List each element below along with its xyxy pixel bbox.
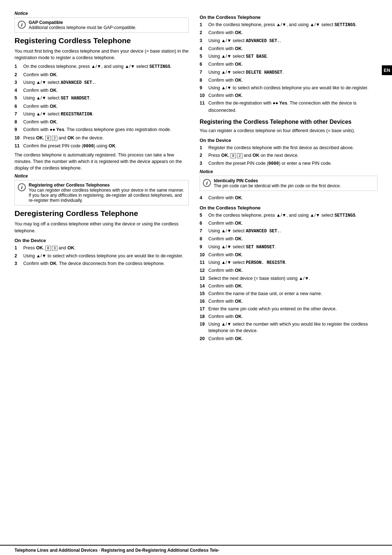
notice-title-1: GAP Compatible: [29, 20, 63, 25]
list-item: 3Using ▲/▼ select ADVANCED SET..: [15, 79, 189, 86]
section3-steps1-list: 1Register the cordless telephone with th…: [200, 144, 377, 167]
page: EN Notice i GAP Compatible Additional co…: [0, 0, 392, 366]
section3-step4-list: 4Confirm with OK.: [200, 195, 377, 201]
list-item: 15Confirm the name of the base unit, or …: [200, 290, 377, 297]
list-item: 14Confirm with OK.: [200, 283, 377, 289]
section1-steps-list: 1On the cordless telephone, press ▲/▼, a…: [15, 63, 189, 150]
notice-text-2: You can register other cordless telephon…: [29, 188, 184, 203]
list-item: 1On the cordless telephone, press ▲/▼, a…: [200, 21, 377, 28]
list-item: 5On the cordless telephone, press ▲/▼, a…: [200, 212, 377, 219]
list-item: 11Using ▲/▼ select PERSON. REGISTR.: [200, 259, 377, 266]
section1-intro: You must first bring the cordless teleph…: [15, 48, 189, 61]
list-item: 5Using ▲/▼ select SET HANDSET.: [15, 95, 189, 102]
notice-text-1: Additional cordless telephone must be GA…: [29, 25, 136, 30]
list-item: 10Confirm with OK.: [200, 92, 377, 99]
notice-inner-2: i Registering other Cordless Telephones …: [15, 180, 189, 205]
section2-intro: You may log off a cordless telephone eit…: [15, 221, 189, 234]
section1-title: Registering Cordless Telephone: [15, 36, 189, 45]
list-item: 12Confirm with OK.: [200, 267, 377, 274]
list-item: 6Confirm with OK.: [200, 61, 377, 68]
list-item: 6Confirm with OK.: [200, 220, 377, 227]
notice-label-3: Notice: [200, 169, 377, 174]
notice-content-3: Identically PIN Codes The pin code can b…: [214, 178, 341, 188]
notice-inner-3: i Identically PIN Codes The pin code can…: [200, 176, 377, 191]
two-column-layout: Notice i GAP Compatible Additional cordl…: [15, 11, 377, 344]
notice-inner-1: i GAP Compatible Additional cordless tel…: [15, 17, 189, 33]
list-item: 8Confirm with OK.: [200, 77, 377, 83]
right-sub1: On the Cordless Telephone: [200, 15, 377, 20]
section3-steps2-list: 5On the cordless telephone, press ▲/▼, a…: [200, 212, 377, 342]
section2-sub1: On the Device: [15, 238, 189, 243]
info-icon-3: i: [203, 179, 211, 187]
list-item: 20Confirm with OK.: [200, 335, 377, 342]
section2-steps-list: 1Press OK, 8 3 and OK. 2Using ▲/▼ to sel…: [15, 245, 189, 267]
notice-title-2: Registering other Cordless Telephones: [29, 183, 110, 188]
footer-text: Telephone Lines and Additional Devices ·…: [15, 548, 220, 553]
list-item: 2Confirm with OK.: [15, 72, 189, 78]
list-item: 1Register the cordless telephone with th…: [200, 144, 377, 151]
list-item: 9Confirm with ●● Yes. The cordless telep…: [15, 126, 189, 133]
footer-bar: Telephone Lines and Additional Devices ·…: [0, 545, 392, 555]
list-item: 3Confirm the preset PIN code (0000) or e…: [200, 160, 377, 167]
list-item: 2Using ▲/▼ to select which cordless tele…: [15, 253, 189, 259]
section3-sub1: On the Device: [200, 138, 377, 143]
right-column: On the Cordless Telephone 1On the cordle…: [200, 11, 377, 344]
notice-text-3: The pin code can be identical with the p…: [214, 183, 341, 188]
list-item: 4Confirm with OK.: [15, 87, 189, 94]
info-icon-1: i: [18, 21, 26, 29]
list-item: 5Using ▲/▼ select SET BASE.: [200, 53, 377, 60]
notice-content-1: GAP Compatible Additional cordless telep…: [29, 20, 136, 30]
list-item: 2Press OK, 8 2 and OK on the next device…: [200, 152, 377, 159]
en-tab: EN: [382, 65, 392, 75]
list-item: 2Confirm with OK.: [200, 29, 377, 36]
section3-intro: You can register a cordless telephone on…: [200, 127, 377, 134]
section2-title: Deregistering Cordless Telephone: [15, 209, 189, 218]
list-item: 13Select the next device (= base station…: [200, 275, 377, 282]
notice-register-other: Notice i Registering other Cordless Tele…: [15, 174, 189, 205]
info-icon-2: i: [18, 183, 26, 191]
notice-title-3: Identically PIN Codes: [214, 178, 258, 183]
list-item: 10Confirm with OK.: [200, 252, 377, 258]
list-item: 17Enter the same pin code which you ente…: [200, 306, 377, 312]
list-item: 8Confirm with OK.: [200, 236, 377, 242]
list-item: 18Confirm with OK.: [200, 313, 377, 320]
left-column: Notice i GAP Compatible Additional cordl…: [15, 11, 189, 344]
list-item: 16Confirm with OK.: [200, 298, 377, 305]
list-item: 11Confirm the preset PIN code (0000) usi…: [15, 143, 189, 150]
list-item: 9Using ▲/▼ select SET HANDSET.: [200, 244, 377, 250]
right-steps1-list: 1On the cordless telephone, press ▲/▼, a…: [200, 21, 377, 114]
section3-sub2: On the Cordless Telephone: [200, 205, 377, 211]
list-item: 10Press OK, 8 2 and OK on the device.: [15, 135, 189, 142]
list-item: 7Using ▲/▼ select REGISTRATION.: [15, 111, 189, 118]
section1-para: The cordless telephone is automatically …: [15, 152, 189, 171]
list-item: 1On the cordless telephone, press ▲/▼, a…: [15, 63, 189, 70]
list-item: 9Using ▲/▼ to select which cordless tele…: [200, 85, 377, 91]
list-item: 3Confirm with OK. The device disconnects…: [15, 260, 189, 267]
list-item: 7Using ▲/▼ select ADVANCED SET..: [200, 228, 377, 234]
list-item: 4Confirm with OK.: [200, 195, 377, 201]
list-item: 4Confirm with OK.: [200, 45, 377, 52]
list-item: 7Using ▲/▼ select DELETE HANDSET.: [200, 69, 377, 76]
list-item: 8Confirm with OK.: [15, 119, 189, 125]
notice-content-2: Registering other Cordless Telephones Yo…: [29, 183, 185, 203]
list-item: 3Using ▲/▼ select ADVANCED SET..: [200, 37, 377, 44]
notice-pin-codes: Notice i Identically PIN Codes The pin c…: [200, 169, 377, 191]
list-item: 11Confirm the de-registration with ●● Ye…: [200, 100, 377, 114]
notice-gap-compatible: Notice i GAP Compatible Additional cordl…: [15, 11, 189, 33]
list-item: 1Press OK, 8 3 and OK.: [15, 245, 189, 252]
list-item: 6Confirm with OK.: [15, 103, 189, 110]
section3-title: Registering the Cordless Telephone with …: [200, 119, 377, 125]
list-item: 19Using ▲/▼ select the number with which…: [200, 321, 377, 334]
notice-label-2: Notice: [15, 174, 189, 179]
notice-label-1: Notice: [15, 11, 189, 16]
